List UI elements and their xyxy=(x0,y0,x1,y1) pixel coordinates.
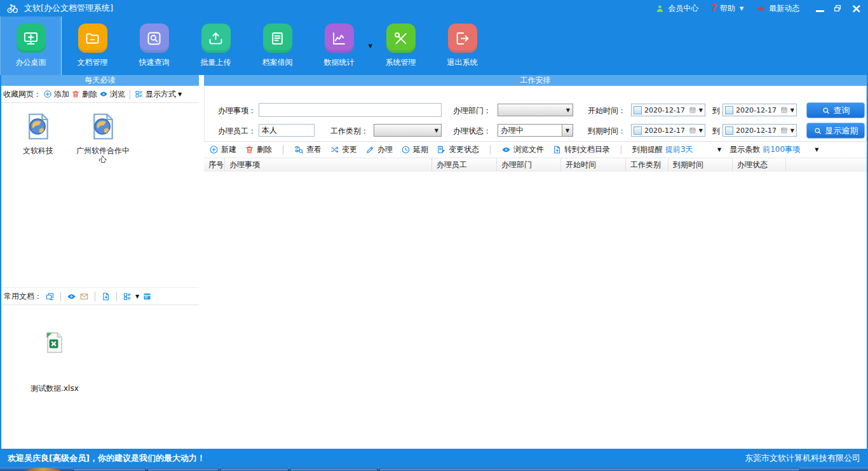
chevron-down-icon: ▼ xyxy=(564,107,573,113)
file-label: 测试数据.xlsx xyxy=(22,383,88,394)
panel-icon[interactable] xyxy=(142,292,152,301)
start-date-from-picker[interactable]: 2020-12-17 ▼ xyxy=(631,104,705,116)
tools-icon xyxy=(386,24,416,53)
column-header-due[interactable]: 到期时间 xyxy=(668,158,733,172)
member-center-button[interactable]: 会员中心 xyxy=(655,3,698,14)
column-header-status[interactable]: 办理状态 xyxy=(733,158,786,172)
staff-input[interactable] xyxy=(259,124,315,137)
date-checkbox[interactable] xyxy=(634,106,642,114)
change-label: 变更 xyxy=(342,144,357,155)
work-type-select[interactable]: ▼ xyxy=(374,124,442,137)
webpage-shortcut[interactable]: 广州软件合作中心 xyxy=(75,111,131,164)
due-date-from-picker[interactable]: 2020-12-17 ▼ xyxy=(631,124,705,137)
grid-icon[interactable] xyxy=(123,292,132,301)
department-select[interactable]: ▼ xyxy=(498,104,573,116)
upload-icon xyxy=(201,24,231,53)
webpage-label: 文软科技 xyxy=(10,146,66,155)
new-label: 新建 xyxy=(221,144,236,155)
latest-news-button[interactable]: 最新动态 xyxy=(756,3,799,14)
show-overdue-button[interactable]: 显示逾期 xyxy=(806,123,865,139)
nav-item-data-statistics[interactable]: 数据统计 ▼ xyxy=(308,17,370,75)
display-mode-dropdown[interactable]: 显示方式 ▼ xyxy=(135,89,182,100)
query-button[interactable]: 查询 xyxy=(806,102,865,118)
column-header-matter[interactable]: 办理事项 xyxy=(225,158,432,172)
webpage-globe-icon xyxy=(89,111,117,142)
webpage-label: 广州软件合作中心 xyxy=(75,146,131,164)
change-status-button[interactable]: 变更状态 xyxy=(437,144,479,155)
add-favorite-button[interactable]: 添加 xyxy=(43,89,69,100)
change-button[interactable]: 变更 xyxy=(330,144,357,155)
browse-favorite-button[interactable]: 浏览 xyxy=(99,89,125,100)
column-header-empty xyxy=(786,158,867,172)
new-button[interactable]: 新建 xyxy=(209,144,236,155)
grid-toolbar: 新建 删除 查看 变更 办理 延期 xyxy=(204,141,867,158)
eye-icon[interactable] xyxy=(67,292,76,301)
taskbar-button[interactable] xyxy=(220,468,288,471)
column-header-staff[interactable]: 办理员工 xyxy=(432,158,497,172)
close-button[interactable]: × xyxy=(851,3,862,14)
webpage-shortcut[interactable]: 文软科技 xyxy=(10,111,66,164)
date-value: 2020-12-17 xyxy=(644,106,686,114)
nav-item-quick-query[interactable]: 快速查询 xyxy=(123,17,185,75)
nav-item-document-management[interactable]: 文档管理 xyxy=(62,17,123,75)
document-pencil-icon xyxy=(437,145,446,154)
chevron-down-icon: ▼ xyxy=(790,128,794,133)
restore-button[interactable] xyxy=(833,4,842,13)
chevron-down-icon: ▼ xyxy=(432,128,441,133)
megaphone-icon xyxy=(756,4,766,13)
handle-button[interactable]: 办理 xyxy=(365,144,393,155)
help-button[interactable]: ? 帮助 ▼ xyxy=(711,3,743,14)
date-checkbox[interactable] xyxy=(725,106,733,114)
delete-button[interactable]: 删除 xyxy=(245,144,272,155)
nav-label: 办公桌面 xyxy=(16,57,46,68)
windows-taskbar-sliver[interactable] xyxy=(0,467,868,471)
taskbar-button[interactable] xyxy=(379,468,800,471)
browse-file-button[interactable]: 浏览文件 xyxy=(501,144,544,155)
divider xyxy=(621,145,621,154)
member-center-label: 会员中心 xyxy=(668,3,698,14)
delete-favorite-button[interactable]: 删除 xyxy=(71,89,97,100)
show-count-dropdown[interactable]: 显示条数 前100事项 ▼ xyxy=(729,144,818,155)
column-header-type[interactable]: 工作类别 xyxy=(626,158,668,172)
office-desktop-icon xyxy=(17,24,46,53)
start-orb-icon[interactable] xyxy=(25,468,61,471)
plus-circle-icon xyxy=(209,145,219,154)
file-item-xlsx[interactable]: 测试数据.xlsx xyxy=(22,331,88,394)
goto-doc-dir-button[interactable]: 转到文档目录 xyxy=(552,144,610,155)
nav-item-batch-upload[interactable]: 批量上传 xyxy=(185,17,247,75)
taskbar-button[interactable] xyxy=(147,468,219,471)
column-header-dept[interactable]: 办理部门 xyxy=(497,158,561,172)
matter-input[interactable] xyxy=(259,103,442,117)
taskbar-button[interactable] xyxy=(73,468,146,471)
welcome-message: 欢迎吴庆良[高级会员]，你的建议是我们的最大动力！ xyxy=(8,453,205,464)
column-header-seq[interactable]: 序号 xyxy=(204,158,225,172)
nav-item-archive-borrow[interactable]: 档案借阅 xyxy=(247,17,308,75)
envelope-icon[interactable] xyxy=(79,292,89,301)
due-date-to-picker[interactable]: 2020-12-17 ▼ xyxy=(722,124,797,137)
taskbar-button[interactable] xyxy=(290,468,377,471)
nav-item-office-desktop[interactable]: 办公桌面 xyxy=(0,17,62,75)
trash-icon xyxy=(245,145,254,154)
query-button-label: 查询 xyxy=(834,105,850,116)
due-reminder-dropdown[interactable]: 到期提醒 提前3天 ▼ xyxy=(632,144,721,155)
start-date-to-picker[interactable]: 2020-12-17 ▼ xyxy=(722,104,797,116)
document-arrow-icon[interactable] xyxy=(101,292,111,301)
date-checkbox[interactable] xyxy=(634,126,642,135)
question-mark-icon: ? xyxy=(711,3,717,14)
nav-item-exit-system[interactable]: 退出系统 xyxy=(431,17,493,75)
open-in-window-icon[interactable] xyxy=(45,292,55,301)
goto-doc-dir-label: 转到文档目录 xyxy=(564,144,610,155)
view-button[interactable]: 查看 xyxy=(294,144,322,155)
calendar-icon xyxy=(780,126,788,134)
date-checkbox[interactable] xyxy=(725,126,733,135)
postpone-button[interactable]: 延期 xyxy=(401,144,428,155)
work-arrangement-header: 工作安排 xyxy=(204,75,867,86)
latest-news-label: 最新动态 xyxy=(769,3,799,14)
pencil-icon xyxy=(365,145,375,154)
nav-item-system-management[interactable]: 系统管理 xyxy=(370,17,431,75)
status-select[interactable]: 办理中 ▼ xyxy=(498,124,573,137)
column-header-start[interactable]: 开始时间 xyxy=(561,158,626,172)
nav-label: 快速查询 xyxy=(139,57,170,68)
minimize-button[interactable] xyxy=(816,10,824,12)
window-title: 文软[办公文档管理系统] xyxy=(24,3,113,14)
